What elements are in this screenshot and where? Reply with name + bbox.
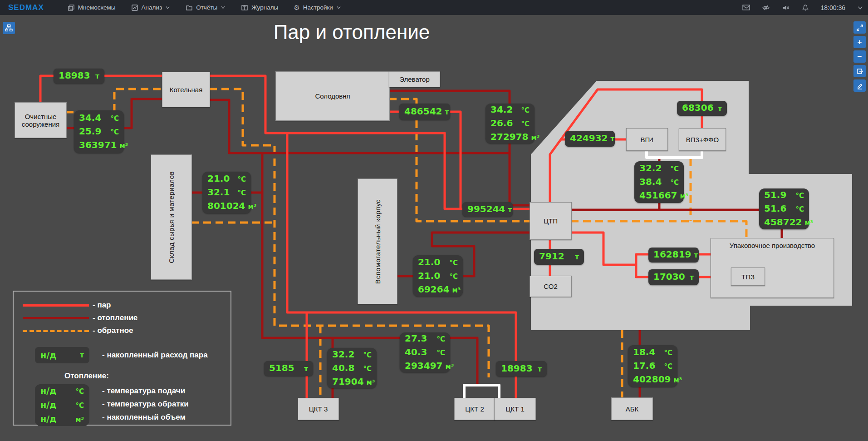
menu-settings[interactable]: ⚙ Настройки xyxy=(294,4,341,11)
building-vp3ffo: ВП3+ФФО xyxy=(679,128,726,151)
sample-unit: т xyxy=(80,351,84,359)
sample-unit: °C xyxy=(75,385,84,398)
building-elevator: Элеватор xyxy=(389,71,440,87)
user-chevron-icon[interactable] xyxy=(857,5,863,11)
building-vspom: Вспомогательный корпус xyxy=(358,178,397,304)
page-title: Пар и отопление xyxy=(213,21,490,44)
meter-value: 34.2 xyxy=(490,103,513,116)
menu-mnemoschemes[interactable]: Мнемосхемы xyxy=(68,4,116,11)
meter-value: 71904 xyxy=(332,375,364,388)
building-label: Очистные сооружения xyxy=(15,113,66,128)
building-label: Солодовня xyxy=(315,92,350,100)
menu-label: Журналы xyxy=(251,4,278,11)
legend-item-heating-meter: н/д°C н/д°C н/дм³ - температура подачи -… xyxy=(35,384,230,426)
menu-label: Анализ xyxy=(142,4,162,11)
building-ckt1: ЦКТ 1 xyxy=(494,398,536,420)
meter-unit: м³ xyxy=(446,360,454,373)
meter-value: 363971 xyxy=(79,139,117,151)
meter-steam-ctp: 995244т xyxy=(462,202,513,217)
journals-icon xyxy=(241,4,248,11)
fullscreen-button[interactable] xyxy=(853,21,866,34)
reports-icon xyxy=(186,4,193,11)
legend-item-heating: - отопление xyxy=(23,312,230,324)
meter-unit: °C xyxy=(363,349,372,362)
building-label: Элеватор xyxy=(399,75,430,83)
meter-value: 451667 xyxy=(639,189,677,202)
meter-heat-ochistnye: 34.4°C25.9°C363971м³ xyxy=(74,110,124,153)
menu-analysis[interactable]: Анализ xyxy=(131,4,171,11)
meter-unit: м³ xyxy=(248,200,257,213)
bell-icon[interactable] xyxy=(802,4,809,11)
eye-off-icon[interactable] xyxy=(762,4,770,11)
meter-value: 68306 xyxy=(682,102,714,114)
meter-value: 69264 xyxy=(418,283,450,296)
meter-value: 293497 xyxy=(405,359,443,372)
meter-value: 272978 xyxy=(490,130,529,143)
chevron-down-icon xyxy=(165,5,170,10)
zoom-in-button[interactable]: + xyxy=(853,36,866,48)
meter-unit: °C xyxy=(664,347,672,359)
meter-value: 402809 xyxy=(633,373,671,386)
steam-line-sample xyxy=(23,304,89,307)
meter-value: 32.1 xyxy=(207,186,230,198)
meter-unit: °C xyxy=(521,104,530,117)
heating-line-sample xyxy=(23,317,89,319)
sound-icon[interactable] xyxy=(782,4,790,11)
building-label: СО2 xyxy=(544,282,558,290)
building-label: ЦКТ 1 xyxy=(505,405,525,413)
building-label: ВП4 xyxy=(640,136,653,144)
meter-steam-upak2: 17030т xyxy=(648,269,699,285)
menu-label: Мнемосхемы xyxy=(78,4,116,11)
legend-label: - обратное xyxy=(93,326,133,335)
meter-steam-ckt3: 5185т xyxy=(264,361,313,376)
building-upak: Упаковочное производство xyxy=(711,238,834,298)
legend-label: - накопленный объем xyxy=(102,411,189,424)
building-label: Вспомогательный корпус xyxy=(374,199,382,284)
meter-unit: °C xyxy=(449,257,458,269)
meter-value: 424932 xyxy=(570,133,608,144)
building-sklad: Склад сырья и материалов xyxy=(151,154,192,280)
meter-heat-abk: 18.4°C17.6°C402809м³ xyxy=(628,345,677,387)
menu-reports[interactable]: Отчёты xyxy=(186,4,226,11)
sedmax-logo: SEDMAX xyxy=(8,3,44,12)
meter-unit: °C xyxy=(436,347,445,359)
meter-unit: т xyxy=(538,364,542,375)
meter-unit: °C xyxy=(237,187,246,199)
meter-steam-kotelnaya: 18983т xyxy=(54,69,104,84)
meter-unit: °C xyxy=(363,362,372,375)
meter-unit: т xyxy=(690,272,694,283)
legend-label: - температура подачи xyxy=(102,384,189,397)
meter-unit: т xyxy=(445,107,449,118)
edit-button[interactable] xyxy=(853,79,866,92)
mail-icon[interactable] xyxy=(742,4,750,11)
meter-unit: м³ xyxy=(367,376,375,389)
flow-sample-box: н/д т xyxy=(35,347,89,363)
menu-label: Настройки xyxy=(303,4,333,11)
meter-value: 40.3 xyxy=(405,346,427,358)
mnemoschemes-icon xyxy=(68,4,75,11)
zoom-out-button[interactable]: − xyxy=(853,50,866,63)
meter-value: 27.3 xyxy=(405,332,427,345)
meter-steam-ckt1: 18983т xyxy=(496,361,547,377)
meter-unit: °C xyxy=(110,126,119,139)
export-button[interactable] xyxy=(853,65,866,77)
scheme-tree-button[interactable] xyxy=(3,22,15,34)
meter-value: 38.4 xyxy=(639,175,662,188)
building-label: Склад сырья и материалов xyxy=(167,171,175,263)
heating-sample-box: н/д°C н/д°C н/дм³ xyxy=(35,384,89,426)
meter-steam-vp3ffo: 68306т xyxy=(677,101,727,116)
meter-unit: м³ xyxy=(805,217,814,229)
meter-unit: т xyxy=(611,134,615,145)
menu-journals[interactable]: Журналы xyxy=(241,4,278,11)
meter-value: 7912 xyxy=(539,251,564,262)
meter-value: 21.0 xyxy=(207,172,230,185)
meter-unit: т xyxy=(694,250,698,261)
legend-item-steam-flow: н/д т - накопленный расход пара xyxy=(35,347,230,363)
legend-label: - отопление xyxy=(93,313,137,322)
legend-panel: - пар - отопление - обратное н/д т - нак… xyxy=(13,291,231,426)
building-kotelnaya: Котельная xyxy=(162,72,210,107)
meter-unit: м³ xyxy=(120,139,128,152)
meter-unit: т xyxy=(95,71,99,82)
meter-unit: т xyxy=(718,103,722,114)
meter-value: 21.0 xyxy=(418,256,440,268)
